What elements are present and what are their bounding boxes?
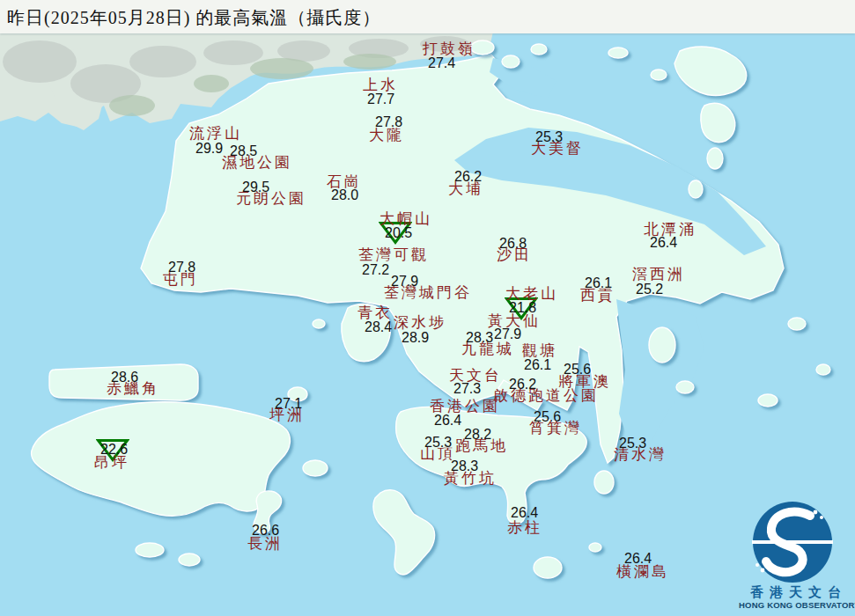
station-value: 27.8 [375, 115, 402, 129]
station-name-label: 打鼓嶺 [423, 41, 475, 56]
station-value: 27.8 [168, 260, 195, 275]
station-name-label: 青衣 [357, 305, 393, 320]
station-value: 25.3 [424, 436, 452, 450]
station-value: 26.4 [624, 552, 652, 566]
station-name-label: 赤柱 [507, 520, 542, 535]
station-name-label: 長洲 [247, 536, 283, 551]
logo-org-name-zh: 香港天文台 [750, 584, 847, 601]
station-name-label: 上水 [363, 77, 398, 92]
station-name-label: 大老山 [505, 286, 558, 301]
hko-logo: 香港天文台 HONG KONG OBSERVATORY [736, 500, 855, 616]
station-value: 28.0 [331, 188, 358, 202]
station-name-label: 橫瀾島 [616, 564, 669, 579]
station-name-label: 昂坪 [94, 455, 129, 470]
station-value: 25.3 [619, 436, 646, 451]
station-name-label: 大隴 [369, 128, 404, 143]
station-value: 26.6 [252, 524, 279, 538]
station-layer: 27.4打鼓嶺27.7上水27.8大隴29.9流浮山28.5濕地公園29.5元朗… [0, 0, 855, 616]
station-name-label: 大帽山 [380, 211, 432, 226]
station-value: 26.4 [511, 506, 538, 520]
station-name-label: 滘西洲 [632, 267, 685, 282]
station-value: 27.9 [391, 275, 418, 289]
station-value: 25.6 [564, 363, 591, 377]
station-value: 28.9 [402, 331, 429, 345]
station-value: 26.2 [509, 378, 536, 392]
page-title: 昨日(2025年05月28日) 的最高氣溫（攝氏度） [7, 6, 380, 30]
station-value: 27.7 [367, 92, 394, 106]
logo-org-name-en: HONG KONG OBSERVATORY [739, 600, 855, 610]
weather-map-stage: 昨日(2025年05月28日) 的最高氣溫（攝氏度） 27.4打鼓嶺27.7上水… [0, 0, 855, 616]
station-value: 28.4 [365, 320, 392, 334]
station-value: 28.2 [464, 428, 491, 442]
title-bar: 昨日(2025年05月28日) 的最高氣溫（攝氏度） [0, 0, 855, 33]
station-value: 26.8 [499, 237, 527, 251]
station-value: 29.9 [195, 142, 223, 156]
station-value: 28.3 [466, 331, 493, 345]
station-value: 26.1 [585, 276, 612, 290]
station-value: 27.9 [494, 327, 521, 341]
station-value: 29.5 [242, 180, 269, 194]
station-value: 26.4 [434, 414, 461, 428]
station-value: 28.3 [451, 459, 478, 473]
station-value: 28.6 [111, 370, 138, 385]
hko-logo-icon [736, 500, 855, 588]
station-name-label: 深水埗 [394, 315, 446, 330]
station-value: 25.3 [535, 130, 563, 144]
station-value: 26.4 [650, 236, 677, 250]
station-value: 27.3 [453, 382, 481, 396]
station-name-label: 荃灣可觀 [358, 247, 429, 262]
station-value: 27.2 [362, 263, 389, 277]
station-value: 25.6 [534, 410, 561, 424]
station-name-label: 流浮山 [189, 126, 242, 141]
station-name-label: 香港公園 [430, 399, 500, 414]
station-value: 26.2 [454, 170, 482, 184]
station-value: 27.1 [275, 397, 302, 411]
station-value: 27.4 [428, 56, 455, 70]
station-value: 20.5 [385, 226, 412, 240]
station-value: 26.1 [524, 358, 551, 372]
station-name-label: 觀塘 [522, 343, 557, 358]
station-value: 22.6 [100, 443, 128, 457]
station-value: 25.2 [636, 282, 663, 297]
station-value: 21.8 [509, 301, 536, 315]
station-value: 28.5 [230, 144, 257, 158]
